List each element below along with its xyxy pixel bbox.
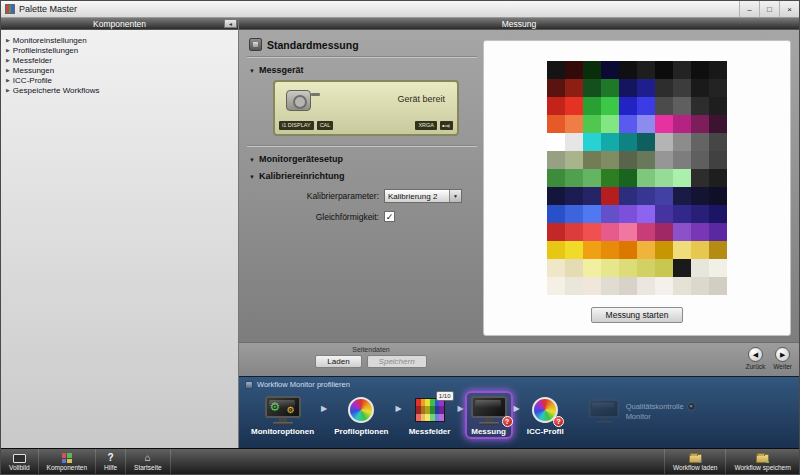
calibration-param-select[interactable]: Kalibrierung 2 [384,189,462,203]
color-patch [583,259,601,277]
uniformity-checkbox[interactable]: ✓ [384,211,395,222]
color-patch [691,223,709,241]
color-patch [601,79,619,97]
measurement-preview-panel: Messung starten [483,40,791,336]
workflow-step-messung[interactable]: ?Messung [465,391,513,439]
workflow-arrow-icon: ▶ [457,404,463,413]
monitor-gears-icon: ⚙⚙ [265,396,301,425]
back-button[interactable]: ◀ [748,347,763,362]
workflow-title: Workflow Monitor profilieren [257,380,350,389]
workflow-step-messfelder[interactable]: 1/10Messfelder [403,391,457,439]
workflow-step-icon: ⚙⚙ [265,395,301,425]
calibration-param-row: Kalibrierparameter: Kalibrierung 2 [283,189,477,203]
app-body: Komponenten ◄ ▶Monitoreinstellungen▶Prof… [1,18,799,448]
sidebar-item-label: Profileinstellungen [13,46,78,55]
workflow-step-monitoroptionen[interactable]: ⚙⚙Monitoroptionen [245,391,320,439]
workflow-step-icc-profil[interactable]: ?ICC-Profil [521,391,570,439]
color-patch [673,79,691,97]
color-patch [619,277,637,295]
sidebar-item-messungen[interactable]: ▶Messungen [4,65,235,75]
color-patch [655,61,673,79]
sidebar-item-gespeicherte-workflows[interactable]: ▶Gespeicherte Workflows [4,85,235,95]
window-controls: – □ × [739,1,799,17]
color-patch [655,133,673,151]
section-header-messgeraet[interactable]: Messgerät [249,65,477,75]
load-button[interactable]: Laden [315,355,361,368]
color-patch [691,61,709,79]
tree-bullet-icon: ▶ [6,77,10,83]
workflow-strip: Workflow Monitor profilieren ⚙⚙Monitorop… [239,376,799,448]
color-patch [601,133,619,151]
next-button[interactable]: ▶ [775,347,790,362]
toolbar-left-group: VollbildKomponenten?Hilfe⌂Startseite [1,449,171,474]
color-patch [565,133,583,151]
color-patch [583,97,601,115]
tree-bullet-icon: ▶ [6,87,10,93]
toolbar-button-vollbild[interactable]: Vollbild [1,449,39,474]
workflow-step-profiloptionen[interactable]: Profiloptionen [328,391,394,439]
color-patch [547,61,565,79]
color-patch [709,241,727,259]
toolbar-button-workflow-speichern[interactable]: Workflow speichern [725,449,799,474]
color-patch [709,97,727,115]
color-patch [601,169,619,187]
main-header: Messung [239,18,799,30]
main-panel: Messung Standardmessung Messgerät [239,18,799,448]
status-question-badge: ? [502,416,513,427]
sidebar-item-monitoreinstellungen[interactable]: ▶Monitoreinstellungen [4,35,235,45]
workflow-step-icon [348,395,374,425]
color-patch [709,259,727,277]
window-title: Palette Master [19,4,77,14]
toolbar-button-komponenten[interactable]: Komponenten [39,449,96,474]
color-patch [691,241,709,259]
title-bar[interactable]: Palette Master – □ × [1,1,799,18]
color-patch [547,187,565,205]
next-label: Weiter [773,363,792,370]
color-patch [583,277,601,295]
workflow-step-label: Profiloptionen [334,427,388,436]
section-title: Messgerät [259,65,304,75]
color-patch [565,241,583,259]
toolbar-button-workflow-laden[interactable]: Workflow laden [664,449,725,474]
color-patch [583,223,601,241]
color-patch [655,241,673,259]
color-patch [691,133,709,151]
color-patch [601,223,619,241]
toolbar-button-startseite[interactable]: ⌂Startseite [126,449,170,474]
wizard-nav: ◀ Zurück ▶ Weiter [745,347,792,370]
section-header-monitorsetup[interactable]: Monitorgerätesetup [249,154,477,164]
device-display-panel: Gerät bereit i1 DISPLAY CAL XRGA [273,80,459,136]
device-chip-i1display: i1 DISPLAY [279,121,314,130]
toolbar-button-label: Komponenten [47,464,87,471]
start-measurement-button[interactable]: Messung starten [591,307,684,323]
sidebar-item-messfelder[interactable]: ▶Messfelder [4,55,235,65]
color-patch [547,223,565,241]
color-patch [601,205,619,223]
usb-icon [440,121,453,130]
minimize-button[interactable]: – [739,1,759,17]
color-patch [565,115,583,133]
monitor-icon [588,399,619,424]
sidebar-item-profileinstellungen[interactable]: ▶Profileinstellungen [4,45,235,55]
close-button[interactable]: × [779,1,799,17]
color-patch [583,79,601,97]
color-patch [601,187,619,205]
color-patch [637,79,655,97]
toolbar-button-hilfe[interactable]: ?Hilfe [96,449,126,474]
color-patch [655,277,673,295]
color-patch [691,205,709,223]
disabled-x-badge: × [687,402,696,411]
color-patch [691,187,709,205]
save-button[interactable]: Speichern [367,355,427,368]
color-patch [565,169,583,187]
color-patch [655,169,673,187]
color-patch [637,151,655,169]
app-icon [5,4,15,14]
color-patch [673,223,691,241]
sidebar-item-label: ICC-Profile [13,76,52,85]
sidebar-item-icc-profile[interactable]: ▶ICC-Profile [4,75,235,85]
section-header-kalibrier[interactable]: Kalibriereinrichtung [249,171,477,181]
sidebar-collapse-button[interactable]: ◄ [224,19,237,28]
color-patch [547,259,565,277]
maximize-button[interactable]: □ [759,1,779,17]
